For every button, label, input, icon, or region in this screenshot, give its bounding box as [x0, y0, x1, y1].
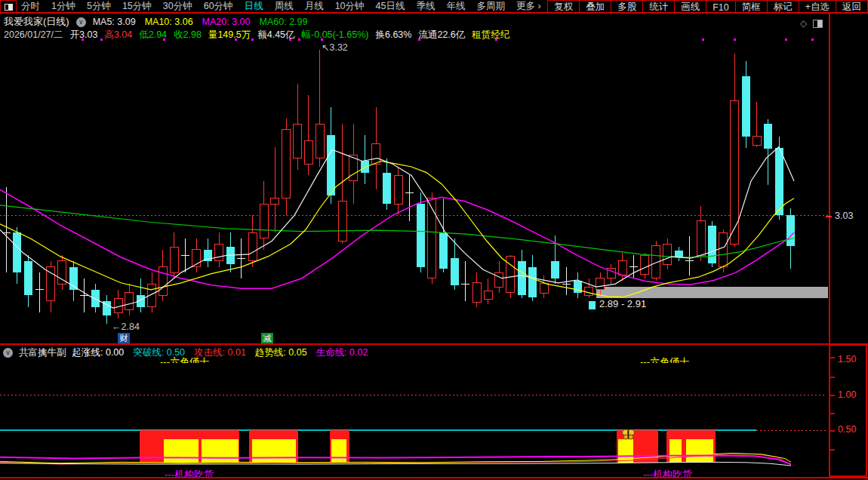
- price-axis-tick: [826, 216, 832, 217]
- price-range-label: 2.89 - 2.91: [599, 298, 646, 309]
- signal-text-right: ---六色俑士: [640, 355, 689, 363]
- indicator-chart-canvas[interactable]: [0, 344, 829, 478]
- low-price-label: ←2.84: [112, 322, 140, 332]
- stock-app-window: 分时1分钟5分钟15分钟30分钟60分钟日线周线月线10分钟45日线季线年线多周…: [0, 0, 868, 480]
- action-button[interactable]: 统计: [642, 0, 675, 14]
- period-tab[interactable]: 分时: [21, 0, 40, 13]
- period-tab[interactable]: 日线: [245, 0, 263, 13]
- action-button[interactable]: 复权: [547, 0, 580, 14]
- main-chart-canvas[interactable]: [0, 14, 829, 343]
- signal-badge-cai: 财: [118, 333, 130, 344]
- period-tab[interactable]: 周线: [275, 0, 294, 13]
- period-tab[interactable]: 1分钟: [51, 0, 75, 13]
- current-price-axis-label: 3.03: [835, 211, 853, 221]
- period-tab[interactable]: 季线: [416, 0, 435, 13]
- period-tab[interactable]: 年线: [446, 0, 465, 13]
- period-tab[interactable]: 30分钟: [163, 0, 192, 13]
- period-tab[interactable]: 60分钟: [204, 0, 233, 13]
- period-tab[interactable]: 10分钟: [335, 0, 365, 13]
- period-tab[interactable]: 5分钟: [87, 0, 111, 13]
- peak-price-label: ↖3.32: [322, 42, 348, 53]
- period-nav: 分时1分钟5分钟15分钟30分钟60分钟日线周线月线10分钟45日线季线年线多周…: [21, 0, 541, 13]
- action-button[interactable]: F10: [706, 0, 736, 14]
- period-tab[interactable]: 月线: [305, 0, 324, 13]
- action-button[interactable]: +自选: [799, 0, 836, 14]
- action-button[interactable]: 简框: [735, 0, 768, 14]
- action-button[interactable]: 画线: [674, 0, 706, 14]
- bottom-frame-line: [0, 477, 868, 478]
- window-layout-button[interactable]: [0, 0, 17, 14]
- period-tab[interactable]: 更多 ›: [516, 0, 541, 13]
- action-button[interactable]: 叠加: [579, 0, 611, 14]
- period-tab[interactable]: 15分钟: [122, 0, 152, 13]
- period-tab[interactable]: 45日线: [376, 0, 405, 13]
- action-button[interactable]: 多股: [611, 0, 643, 14]
- top-toolbar: 分时1分钟5分钟15分钟30分钟60分钟日线周线月线10分钟45日线季线年线多周…: [0, 0, 868, 14]
- period-tab[interactable]: 多周期: [476, 0, 505, 13]
- action-button[interactable]: 返回: [836, 0, 868, 14]
- window-icon: [5, 4, 13, 11]
- axis-label-050: 0.50: [838, 424, 856, 435]
- indicator-axis-panel: 1.50 1.00 0.50: [829, 344, 867, 477]
- price-axis-line: [829, 14, 830, 344]
- axis-label-150: 1.50: [838, 354, 856, 365]
- axis-label-100: 1.00: [838, 389, 856, 400]
- range-candle-icon: [589, 301, 596, 309]
- action-bar: 复权叠加多股统计画线F10简框标记+自选返回: [548, 0, 868, 14]
- signal-text-left: ---六色俑士: [160, 355, 209, 363]
- action-button[interactable]: 标记: [767, 0, 799, 14]
- signal-badge-jian: 减: [261, 333, 273, 344]
